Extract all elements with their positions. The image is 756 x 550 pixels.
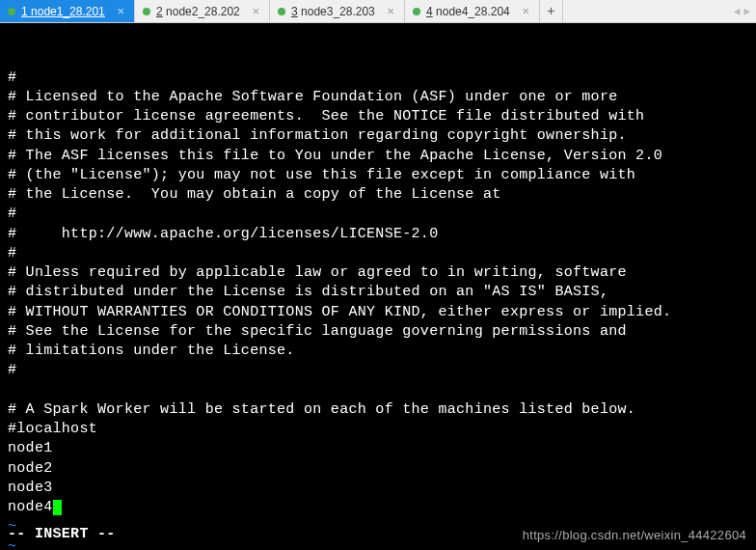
editor-line: # distributed under the License is distr… — [8, 283, 748, 302]
editor-line: # Unless required by applicable law or a… — [8, 263, 748, 283]
nav-right-icon[interactable]: ▶ — [743, 5, 750, 17]
nav-left-icon[interactable]: ◀ — [734, 5, 741, 17]
add-tab-button[interactable]: + — [540, 0, 563, 22]
tab-node2[interactable]: 2 node2_28.202 × — [135, 0, 270, 22]
editor-line: node1 — [8, 439, 748, 458]
editor-line: # contributor license agreements. See th… — [8, 107, 748, 126]
editor-line: node3 — [8, 479, 748, 498]
editor-line: # limitations under the License. — [8, 342, 748, 361]
vim-status: -- INSERT -- — [8, 525, 116, 544]
close-icon[interactable]: × — [385, 4, 396, 18]
editor-line: #localhost — [8, 420, 748, 439]
editor-line — [8, 381, 748, 400]
editor-line: # — [8, 361, 748, 380]
tab-label: 4 node4_28.204 — [426, 5, 510, 18]
editor-line: # this work for additional information r… — [8, 126, 748, 146]
editor-content: ## Licensed to the Apache Software Found… — [8, 69, 748, 551]
editor-line: # the License. You may obtain a copy of … — [8, 185, 748, 205]
status-dot-icon — [8, 8, 15, 15]
close-icon[interactable]: × — [250, 4, 261, 18]
editor-line: # http://www.apache.org/licenses/LICENSE… — [8, 225, 748, 244]
tab-node1[interactable]: 1 node1_28.201 × — [0, 0, 135, 22]
status-dot-icon — [413, 8, 420, 15]
watermark: https://blog.csdn.net/weixin_44422604 — [523, 527, 746, 544]
editor-line: # See the License for the specific langu… — [8, 322, 748, 342]
editor-line: # — [8, 69, 748, 88]
tab-node4[interactable]: 4 node4_28.204 × — [405, 0, 540, 22]
tab-spacer — [563, 0, 728, 22]
editor-line: # (the "License"); you may not use this … — [8, 166, 748, 185]
tab-label: 1 node1_28.201 — [21, 5, 105, 18]
editor-line: # Licensed to the Apache Software Founda… — [8, 88, 748, 107]
cursor-icon — [53, 500, 62, 515]
editor-line: # WITHOUT WARRANTIES OR CONDITIONS OF AN… — [8, 303, 748, 322]
tab-label: 3 node3_28.203 — [291, 5, 375, 18]
tab-bar: 1 node1_28.201 × 2 node2_28.202 × 3 node… — [0, 0, 756, 23]
editor-line: # The ASF licenses this file to You unde… — [8, 147, 748, 166]
terminal-editor[interactable]: ## Licensed to the Apache Software Found… — [0, 23, 756, 550]
tab-node3[interactable]: 3 node3_28.203 × — [270, 0, 405, 22]
tab-nav: ◀ ▶ — [728, 0, 756, 22]
editor-line: # — [8, 244, 748, 263]
editor-line: node4 — [8, 498, 748, 517]
editor-line: # A Spark Worker will be started on each… — [8, 400, 748, 420]
editor-line: node2 — [8, 459, 748, 479]
close-icon[interactable]: × — [115, 4, 126, 18]
close-icon[interactable]: × — [520, 4, 531, 18]
status-dot-icon — [278, 8, 285, 15]
tab-label: 2 node2_28.202 — [156, 5, 240, 18]
status-dot-icon — [143, 8, 150, 15]
editor-line: # — [8, 205, 748, 224]
